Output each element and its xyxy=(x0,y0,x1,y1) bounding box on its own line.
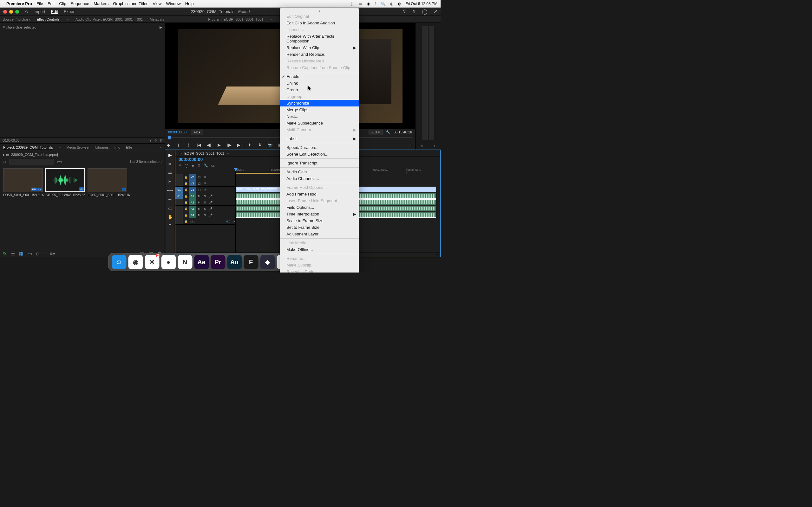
ec-disclosure-icon[interactable]: ▶ xyxy=(159,25,162,30)
pencil-icon[interactable]: ✎ xyxy=(3,250,7,257)
icon-view-icon[interactable]: ▦ xyxy=(19,250,23,257)
track-mix[interactable]: 🔒Mix0.0⊳ xyxy=(175,218,235,225)
context-menu-item[interactable]: Label▶ xyxy=(280,135,359,142)
freeform-view-icon[interactable]: ▭ xyxy=(27,250,32,257)
status-siri-icon[interactable]: ◐ xyxy=(398,2,401,6)
razor-tool-icon[interactable]: ✂ xyxy=(168,179,172,184)
track-select-tool-icon[interactable]: ⬌ xyxy=(168,161,172,166)
project-filename[interactable]: 230929_CGM_Tutorials.prproj xyxy=(11,153,58,157)
menubar-datetime[interactable]: Fri Oct 6 12:08 PM xyxy=(405,2,438,6)
context-menu-item[interactable]: Group xyxy=(280,87,359,93)
context-menu-item[interactable]: Adjustment Layer xyxy=(280,231,359,237)
pen-tool-icon[interactable]: ✒ xyxy=(168,197,172,202)
tab-audio-mixer[interactable]: Audio Clip Mixer: EOSR_S001_S001_T001 xyxy=(75,17,143,21)
dock-app-asana[interactable]: ● xyxy=(161,255,176,269)
app-menu[interactable]: Premiere Pro xyxy=(6,1,32,6)
tab-metadata[interactable]: Metadata xyxy=(150,17,164,21)
context-menu-item[interactable]: Render and Replace... xyxy=(280,51,359,58)
hand-tool-icon[interactable]: ✋ xyxy=(167,215,173,220)
dock-app-after-effects[interactable]: Ae xyxy=(194,255,209,269)
status-bt-icon[interactable]: ᛒ xyxy=(374,2,376,6)
program-tc-in[interactable]: 00:00:00:00 xyxy=(168,130,187,134)
window-minimize[interactable] xyxy=(9,10,13,14)
resolution-dropdown[interactable]: Full ▾ xyxy=(368,130,383,135)
track-v2[interactable]: 🔒V2▢👁 xyxy=(175,180,235,187)
dock-app-davinci[interactable]: ◆ xyxy=(260,255,275,269)
status-wifi-icon[interactable]: ◉ xyxy=(367,2,370,6)
sort-icon[interactable]: ≡▾ xyxy=(50,250,55,257)
zoom-slider[interactable]: o── xyxy=(36,251,46,257)
context-menu-item[interactable]: Unlink xyxy=(280,80,359,87)
scroll-up-icon[interactable]: ▲ xyxy=(280,9,359,13)
zoom-fit-dropdown[interactable]: Fit ▾ xyxy=(191,130,203,135)
context-menu-item[interactable]: Scene Edit Detection... xyxy=(280,151,359,158)
tab-source[interactable]: Source: (no clips) xyxy=(3,17,30,21)
dock-app-notion[interactable]: N xyxy=(177,255,192,269)
lift-icon[interactable]: ⬆ xyxy=(246,143,253,147)
dock-app-slack[interactable]: ※2 xyxy=(145,255,159,269)
wrench-icon[interactable]: 🔧 xyxy=(204,164,208,168)
ripple-tool-icon[interactable]: ⇄ xyxy=(168,170,172,175)
goto-in-icon[interactable]: |◀ xyxy=(195,143,202,147)
tabs-overflow-icon[interactable]: » xyxy=(159,146,161,149)
extract-icon[interactable]: ⬇ xyxy=(256,143,263,147)
menu-help[interactable]: Help xyxy=(185,1,194,6)
context-menu-item[interactable]: Set to Frame Size xyxy=(280,224,359,231)
context-menu-item[interactable]: Merge Clips... xyxy=(280,107,359,113)
mark-in-icon[interactable]: { xyxy=(175,143,182,147)
context-menu-item[interactable]: ✓Enable xyxy=(280,73,359,80)
export-frame-icon[interactable]: 📷 xyxy=(266,143,273,147)
dock-app-finder[interactable]: ☺ xyxy=(112,255,126,269)
status-cc-icon[interactable]: ◎ xyxy=(390,2,393,6)
bin-item[interactable]: ▭ EOSR_S001_S001...15:46:16 xyxy=(88,168,127,246)
track-a3[interactable]: 🔒A3MS🎤 xyxy=(175,206,235,212)
context-menu-item[interactable]: Audio Gain... xyxy=(280,169,359,175)
context-menu-item[interactable]: Make Subsequence xyxy=(280,120,359,126)
settings-icon[interactable]: 🔧 xyxy=(386,130,391,134)
track-a4[interactable]: 🔒A4MS🎤 xyxy=(175,212,235,218)
type-tool-icon[interactable]: T xyxy=(169,223,171,228)
track-v3[interactable]: 🔒V3▢👁 xyxy=(175,174,235,180)
menu-markers[interactable]: Markers xyxy=(94,1,108,6)
step-fwd-icon[interactable]: |▶ xyxy=(226,143,233,147)
status-rec-icon[interactable]: ⬚ xyxy=(351,2,354,6)
settings-icon[interactable]: ⚙ xyxy=(197,164,200,168)
fullscreen-icon[interactable]: ⤢ xyxy=(433,9,438,14)
context-menu-item[interactable]: Speed/Duration... xyxy=(280,144,359,151)
tab-effects[interactable]: Effe xyxy=(126,146,132,149)
context-menu-item[interactable]: Replace With After Effects Composition xyxy=(280,33,359,44)
playhead[interactable] xyxy=(168,135,171,139)
progress-icon[interactable]: ◯ xyxy=(422,9,427,14)
add-marker-icon[interactable]: ◆ xyxy=(165,143,172,147)
menu-window[interactable]: Window xyxy=(166,1,181,6)
menu-sequence[interactable]: Sequence xyxy=(71,1,90,6)
step-back-icon[interactable]: ◀| xyxy=(206,143,212,147)
tab-project[interactable]: Project: 230929_CGM_Tutorials xyxy=(3,146,53,149)
context-menu-item[interactable]: Replace With Clip▶ xyxy=(280,44,359,51)
menu-view[interactable]: View xyxy=(153,1,162,6)
menu-edit[interactable]: Edit xyxy=(48,1,55,6)
selection-tool-icon[interactable]: ▶ xyxy=(168,153,172,158)
context-menu-item[interactable]: Audio Channels... xyxy=(280,175,359,182)
goto-out-icon[interactable]: ▶| xyxy=(236,143,243,147)
bin-item[interactable]: HD▭ EOSR_S001_S00...15:46:16 xyxy=(3,168,43,246)
play-icon[interactable]: ▶ xyxy=(216,143,223,147)
window-close[interactable] xyxy=(3,10,7,14)
mark-out-icon[interactable]: } xyxy=(185,143,192,147)
mode-edit[interactable]: Edit xyxy=(51,9,58,14)
mode-import[interactable]: Import xyxy=(34,9,45,14)
track-a1[interactable]: A1🔒A1MS🎤 xyxy=(175,193,235,199)
menu-file[interactable]: File xyxy=(37,1,43,6)
snap-icon[interactable]: ⁜ xyxy=(179,164,182,168)
button-editor-icon[interactable]: + xyxy=(409,143,412,147)
dock-app-figma[interactable]: F xyxy=(244,255,258,269)
context-menu-item[interactable]: Edit Clip In Adobe Audition xyxy=(280,20,359,26)
dock-app-chrome[interactable]: ◉ xyxy=(128,255,143,269)
seq-folder-icon[interactable]: ▭ xyxy=(179,151,182,155)
share-icon[interactable]: ⇧ xyxy=(412,9,416,14)
context-menu-item[interactable]: Ignore Transcript xyxy=(280,160,359,166)
window-maximize[interactable] xyxy=(15,10,19,14)
context-menu-item[interactable]: Add Frame Hold xyxy=(280,191,359,198)
filter-icon[interactable]: ▾ xyxy=(150,139,151,142)
context-menu-item[interactable]: Scale to Frame Size xyxy=(280,217,359,224)
